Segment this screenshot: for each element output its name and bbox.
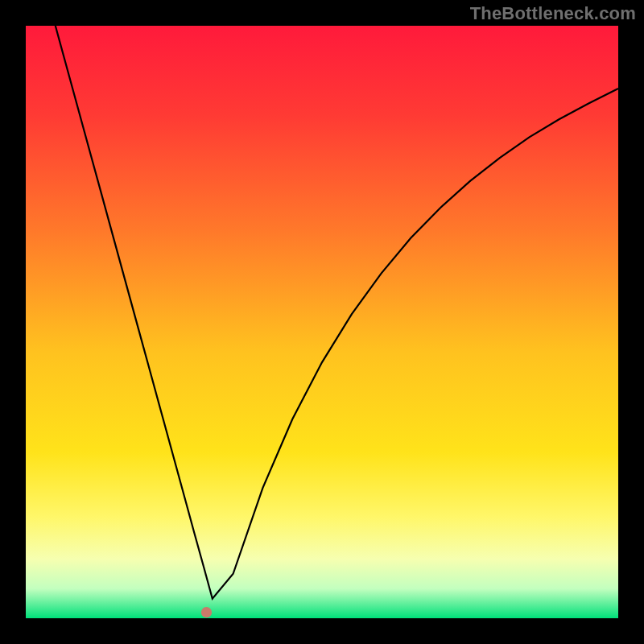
bottleneck-curve bbox=[56, 26, 618, 599]
curve-layer bbox=[26, 26, 618, 618]
plot-area bbox=[26, 26, 618, 618]
min-point-marker bbox=[201, 607, 212, 617]
chart-container: TheBottleneck.com bbox=[0, 0, 644, 644]
watermark-text: TheBottleneck.com bbox=[470, 3, 636, 24]
